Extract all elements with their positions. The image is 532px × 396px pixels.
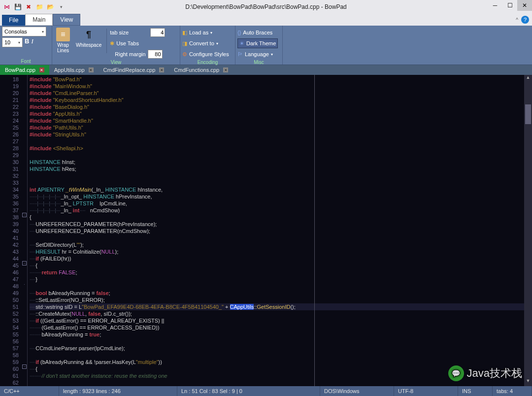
status-insert[interactable]: INS — [458, 386, 493, 396]
line-gutter: 1819202122232425262728293031323334353637… — [0, 75, 22, 386]
tab-close-icon[interactable]: ✕ — [89, 67, 94, 72]
help-icon[interactable]: ? — [521, 16, 529, 24]
status-eol[interactable]: DOS\Windows — [320, 386, 394, 396]
tab-main[interactable]: Main — [25, 14, 53, 26]
whitespace-button[interactable]: ¶ Whitespace — [74, 27, 103, 49]
close-button[interactable]: ✕ — [517, 0, 532, 11]
folder-icon[interactable]: 📁 — [35, 3, 43, 11]
file-menu[interactable]: File — [2, 15, 25, 26]
titlebar: ⋈ 💾 ✖ 📁 📂 ▾ D:\Development\BowPad\BowPad… — [0, 0, 532, 14]
usetabs-label[interactable]: Use Tabs — [116, 40, 139, 46]
tabsize-label: tab size — [110, 30, 148, 35]
ribbon-tabs: File Main View ^ ? — [0, 14, 532, 26]
vertical-scrollbar[interactable]: ▲ ▼ — [524, 75, 532, 386]
statusbar: C/C++ length : 9323 lines : 246 Ln : 51 … — [0, 386, 532, 396]
scroll-down-icon[interactable]: ▼ — [524, 378, 532, 386]
doc-tab[interactable]: BowPad.cpp✕ — [0, 65, 49, 75]
doc-tab[interactable]: AppUtils.cpp✕ — [49, 65, 99, 75]
fold-gutter[interactable]: −−·− — [22, 75, 28, 386]
status-tabs: tabs: 4 — [493, 386, 532, 396]
convert-button[interactable]: ◨Convert to▾ — [182, 38, 218, 48]
bold-button[interactable]: B — [25, 37, 29, 47]
margin-input[interactable] — [148, 50, 163, 59]
status-position: Ln : 51 Col : 83 Sel : 9 | 0 — [177, 386, 320, 396]
document-tabs: BowPad.cpp✕AppUtils.cpp✕CmdFindReplace.c… — [0, 65, 532, 75]
new-icon[interactable]: ✖ — [25, 3, 33, 11]
doc-tab[interactable]: CmdFindReplace.cpp✕ — [99, 65, 169, 75]
group-font-label: Font — [2, 58, 50, 65]
code-view[interactable]: #include "BowPad.h"#include "MainWindow.… — [28, 75, 524, 386]
status-length: length : 9323 lines : 246 — [59, 386, 177, 396]
tab-close-icon[interactable]: ✕ — [159, 67, 164, 72]
tab-close-icon[interactable]: ✕ — [39, 67, 44, 72]
doc-tab[interactable]: CmdFunctions.cpp✕ — [169, 65, 233, 75]
tab-view[interactable]: View — [53, 14, 80, 26]
ribbon-collapse-icon[interactable]: ^ — [516, 17, 518, 23]
minimize-button[interactable]: ─ — [488, 0, 502, 11]
open-icon[interactable]: 📂 — [46, 3, 54, 11]
status-encoding[interactable]: UTF-8 — [394, 386, 458, 396]
italic-button[interactable]: I — [31, 37, 33, 47]
scroll-up-icon[interactable]: ▲ — [524, 75, 532, 83]
save-icon[interactable]: 💾 — [14, 3, 22, 11]
right-margin-line — [314, 75, 315, 386]
maximize-button[interactable]: ☐ — [502, 0, 517, 11]
tabsize-input[interactable] — [150, 28, 165, 37]
language-button[interactable]: 🏳Language▾ — [237, 49, 273, 59]
app-icon: ⋈ — [3, 3, 11, 11]
whitespace-icon: ¶ — [82, 28, 96, 41]
scroll-thumb[interactable] — [525, 104, 531, 124]
window-title: D:\Development\BowPad\BowPad\src\BowPad.… — [0, 3, 532, 10]
font-size-select[interactable]: 10▾ — [2, 37, 23, 47]
wrap-icon: ≡ — [56, 28, 70, 41]
ribbon: Consolas▾ 10▾ B I Font ≡ Wrap Lines ¶ Wh… — [0, 26, 532, 65]
qat-dropdown-icon[interactable]: ▾ — [57, 3, 65, 11]
font-family-select[interactable]: Consolas▾ — [2, 27, 46, 36]
status-lang[interactable]: C/C++ — [0, 386, 59, 396]
tab-close-icon[interactable]: ✕ — [223, 67, 228, 72]
darktheme-button[interactable]: ☀Dark Theme — [237, 38, 278, 48]
styles-button[interactable]: ⚙Configure Styles — [182, 49, 229, 59]
watermark: 💬 Java技术栈 — [448, 365, 522, 381]
wrap-lines-button[interactable]: ≡ Wrap Lines — [54, 27, 72, 54]
loadas-button[interactable]: ◧Load as▾ — [182, 28, 212, 37]
margin-label: Right margin — [115, 51, 145, 57]
autobraces-button[interactable]: {}Auto Braces — [237, 28, 272, 37]
editor-area[interactable]: 1819202122232425262728293031323334353637… — [0, 75, 532, 386]
watermark-icon: 💬 — [448, 365, 464, 381]
